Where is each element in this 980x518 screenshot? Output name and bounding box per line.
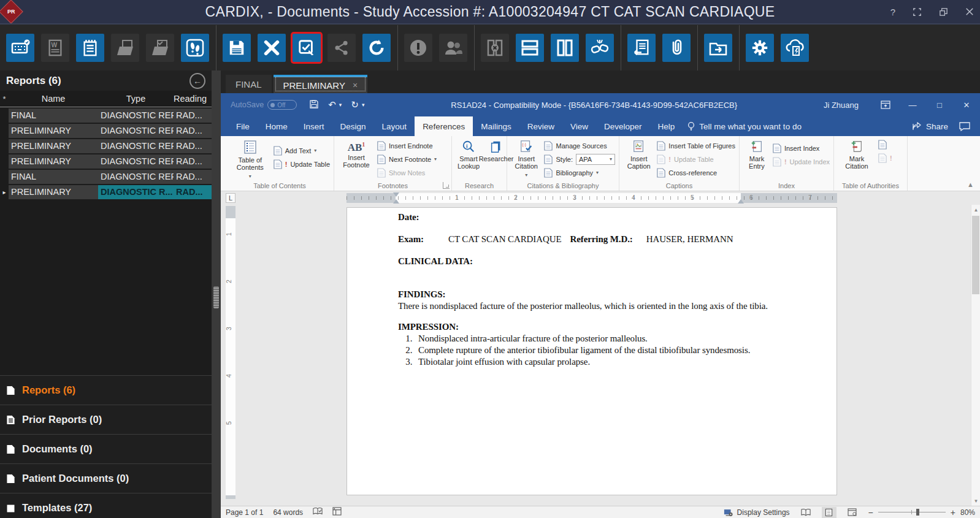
style-combo[interactable]: Style: APA▾	[544, 153, 615, 165]
footprints-button[interactable]	[181, 34, 209, 62]
redo-icon[interactable]: ↻	[351, 99, 359, 110]
horizontal-ruler[interactable]: 1 2 3 4 5 6 7	[346, 193, 837, 203]
bibliography-button[interactable]: Bibliography▾	[544, 167, 615, 178]
tab-developer[interactable]: Developer	[596, 116, 650, 136]
attachment-button[interactable]	[662, 34, 691, 62]
cloud-report-button[interactable]	[781, 34, 809, 62]
close-panels-button[interactable]	[481, 34, 509, 62]
undo-icon[interactable]: ↶	[328, 99, 336, 110]
vertical-scrollbar[interactable]: ▲ ▼	[971, 205, 980, 506]
sidebar-item-documents[interactable]: Documents (0)	[0, 434, 212, 463]
sidebar-item-prior-reports[interactable]: Prior Reports (0)	[0, 405, 212, 434]
insert-caption-button[interactable]: Insert Caption	[623, 139, 654, 171]
proofing-status-icon[interactable]	[313, 507, 323, 517]
read-mode-button[interactable]	[798, 507, 813, 518]
tab-insert[interactable]: Insert	[296, 116, 332, 136]
web-layout-button[interactable]	[845, 507, 860, 518]
mark-entry-button[interactable]: Mark Entry	[743, 139, 770, 171]
insert-endnote-button[interactable]: Insert Endnote	[377, 140, 437, 151]
tell-me-box[interactable]: Tell me what you want to do	[687, 116, 802, 136]
insert-citation-button[interactable]: (-) Insert Citation▾	[511, 139, 542, 180]
undo-dropdown-icon[interactable]: ▾	[339, 102, 342, 108]
insert-footnote-button[interactable]: AB1 Insert Footnote	[338, 139, 375, 170]
add-text-button[interactable]: Add Text▾	[274, 145, 330, 156]
collapse-ribbon-icon[interactable]: ▲	[967, 181, 974, 188]
insert-index-button[interactable]: Insert Index	[773, 142, 830, 154]
sidebar-item-templates[interactable]: Templates (27)	[0, 493, 212, 518]
comments-icon[interactable]	[959, 122, 970, 131]
document-page[interactable]: Date: Exam:CT CAT SCAN CARDIAQUEReferrin…	[346, 207, 837, 495]
help-icon[interactable]: ?	[890, 7, 895, 17]
tab-preliminary[interactable]: PRELIMINARY ×	[274, 75, 368, 93]
zoom-level[interactable]: 80%	[960, 508, 975, 517]
right-indent-marker[interactable]	[738, 199, 744, 204]
word-count[interactable]: 64 words	[273, 508, 303, 517]
manage-sources-button[interactable]: Manage Sources	[544, 140, 615, 151]
word-maximize-icon[interactable]: □	[926, 93, 953, 116]
scrollbar-thumb[interactable]	[972, 216, 979, 294]
close-window-icon[interactable]	[965, 7, 974, 16]
conference-button[interactable]	[439, 34, 467, 62]
tab-review[interactable]: Review	[519, 116, 562, 136]
table-of-contents-button[interactable]: Table of Contents▾	[229, 139, 271, 181]
share-ribbon-button[interactable]: Share	[912, 122, 948, 131]
column-header-type[interactable]: Type	[98, 94, 174, 104]
tab-home[interactable]: Home	[258, 116, 296, 136]
mark-citation-button[interactable]: Mark Citation	[838, 139, 876, 171]
table-row[interactable]: PRELIMINARYDIAGNOSTIC REP...RAD...	[0, 124, 212, 138]
folder-open-document-button[interactable]	[111, 34, 139, 62]
update-table-button[interactable]: !Update Table	[274, 158, 330, 170]
first-line-indent-marker[interactable]	[393, 192, 399, 197]
save-button[interactable]	[223, 34, 251, 62]
tab-layout[interactable]: Layout	[374, 116, 415, 136]
verify-report-button[interactable]	[293, 34, 321, 62]
zoom-out-icon[interactable]: −	[868, 508, 873, 517]
smart-lookup-button[interactable]: i Smart Lookup	[456, 139, 481, 171]
word-minimize-icon[interactable]: —	[899, 93, 926, 116]
tab-stop-selector[interactable]: L	[226, 193, 235, 203]
insert-table-of-authorities-icon[interactable]	[878, 139, 892, 150]
cancel-button[interactable]	[258, 34, 286, 62]
footnotes-dialog-launcher-icon[interactable]	[443, 182, 450, 189]
tab-mailings[interactable]: Mailings	[473, 116, 519, 136]
export-folder-button[interactable]	[704, 34, 732, 62]
word-close-icon[interactable]: ✕	[953, 93, 980, 116]
scroll-up-icon[interactable]: ▲	[971, 205, 980, 215]
scroll-down-icon[interactable]: ▼	[971, 496, 980, 506]
update-table-of-authorities-icon[interactable]: !	[878, 152, 892, 164]
display-settings-button[interactable]: Display Settings	[724, 508, 790, 517]
tab-file[interactable]: File	[228, 116, 258, 136]
table-row[interactable]: PRELIMINARYDIAGNOSTIC REP...RAD...	[0, 154, 212, 169]
fullscreen-icon[interactable]	[913, 7, 922, 17]
splitter-grip[interactable]	[213, 286, 219, 308]
autosave-toggle[interactable]: AutoSave Off	[231, 100, 297, 110]
tab-final[interactable]: FINAL	[226, 75, 272, 93]
quick-save-icon[interactable]	[309, 99, 319, 111]
macro-recording-icon[interactable]	[332, 507, 342, 517]
alert-button[interactable]	[404, 34, 432, 62]
insert-table-of-figures-button[interactable]: Insert Table of Figures	[657, 140, 735, 151]
update-index-button[interactable]: !Update Index	[773, 156, 830, 167]
vertical-ruler[interactable]: 1 2 3 4 5	[226, 206, 235, 499]
sidebar-splitter[interactable]	[212, 70, 221, 518]
keyboard-check-button[interactable]	[6, 34, 34, 62]
column-header-reading[interactable]: Reading	[174, 94, 212, 104]
show-notes-button[interactable]: Show Notes	[377, 167, 437, 178]
sidebar-item-reports[interactable]: Reports (6)	[0, 375, 212, 405]
ribbon-display-options-icon[interactable]	[872, 93, 899, 116]
table-row-selected[interactable]: ▸PRELIMINARYDIAGNOSTIC R...RAD...	[0, 185, 212, 199]
restore-window-icon[interactable]	[939, 7, 948, 17]
left-indent-marker[interactable]	[393, 199, 399, 204]
tab-references[interactable]: References	[415, 116, 473, 136]
split-vertical-button[interactable]	[551, 34, 579, 62]
import-report-button[interactable]	[627, 34, 656, 62]
word-user-name[interactable]: Ji Zhuang	[824, 101, 859, 110]
column-header-name[interactable]: Name	[9, 94, 98, 104]
split-horizontal-button[interactable]	[516, 34, 544, 62]
table-row[interactable]: FINALDIAGNOSTIC REP...RAD...	[0, 170, 212, 184]
zoom-slider[interactable]	[878, 512, 946, 512]
close-tab-icon[interactable]: ×	[353, 80, 358, 90]
researcher-button[interactable]: Researcher	[481, 139, 511, 164]
next-footnote-button[interactable]: Next Footnote▾	[377, 153, 437, 165]
collapse-panel-icon[interactable]: ←	[189, 73, 205, 89]
